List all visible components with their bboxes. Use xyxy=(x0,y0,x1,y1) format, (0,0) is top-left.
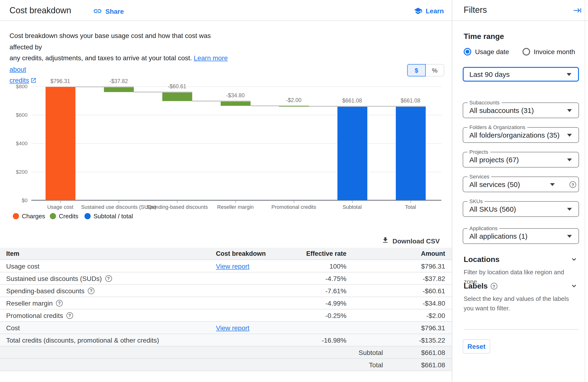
gridline xyxy=(31,172,441,172)
filter-select-projects[interactable]: Projects All projects (67) xyxy=(463,152,579,168)
effective-rate-value: -4.75% xyxy=(282,275,346,282)
waterfall-connector xyxy=(134,92,192,93)
amount-value: $796.31 xyxy=(383,324,445,331)
radio-label: Invoice month xyxy=(534,48,575,56)
gridline xyxy=(31,115,441,115)
legend-dot xyxy=(50,213,56,219)
legend-label: Credits xyxy=(59,212,78,220)
labels-description: Select the key and values of the labels … xyxy=(464,294,577,313)
waterfall-connector xyxy=(250,105,309,106)
help-icon[interactable]: ? xyxy=(105,275,112,282)
waterfall-connector xyxy=(309,106,367,106)
item-label: Reseller margin xyxy=(6,299,53,307)
cost-breakdown-page: Cost breakdown Share Learn Cost breakdow… xyxy=(0,0,588,382)
filter-select-label: Folders & Organizations xyxy=(467,124,527,130)
filter-select-value: All services (50) xyxy=(469,180,520,188)
table-row: Subtotal $661.08 xyxy=(0,346,452,359)
reset-filters-button[interactable]: Reset xyxy=(463,339,490,354)
amount-value: -$60.61 xyxy=(383,287,445,295)
gridline xyxy=(31,143,441,144)
cost-breakdown-waterfall-chart: $0$200$400$600$800$796.31Usage cost-$37.… xyxy=(0,0,452,237)
panel-scrollbar-track[interactable] xyxy=(585,0,585,382)
bar-spending-based-discounts[interactable] xyxy=(162,92,192,101)
waterfall-connector xyxy=(367,106,425,106)
help-icon[interactable]: ? xyxy=(56,300,63,306)
labels-expand-icon[interactable] xyxy=(570,282,578,292)
view-report-link[interactable]: View report xyxy=(216,262,249,270)
y-axis-tick-label: $600 xyxy=(4,112,27,118)
effective-rate-value: 100% xyxy=(282,262,346,270)
filter-select-label: Services xyxy=(467,174,491,179)
filter-select-folders-organizations[interactable]: Folders & Organizations All folders/orga… xyxy=(463,127,579,143)
bar-value-label: $661.08 xyxy=(326,98,378,103)
time-range-radio-group: Usage date Invoice month xyxy=(464,48,575,56)
amount-value: $661.08 xyxy=(383,349,445,356)
labels-help-icon[interactable]: ? xyxy=(490,283,497,290)
locations-expand-icon[interactable] xyxy=(570,255,578,265)
amount-value: $796.31 xyxy=(383,262,445,270)
view-report-link[interactable]: View report xyxy=(216,324,249,331)
locations-section-header: Locations xyxy=(464,255,500,264)
help-icon[interactable]: ? xyxy=(66,312,73,319)
table-row: Sustained use discounts (SUDs)? -4.75% -… xyxy=(0,272,452,285)
filter-select-label: SKUs xyxy=(467,198,484,204)
amount-value: -$34.80 xyxy=(383,299,445,307)
help-icon[interactable]: ? xyxy=(88,287,94,294)
dropdown-arrow-icon xyxy=(567,158,572,161)
bar-value-label: -$37.82 xyxy=(93,78,145,84)
filter-select-label: Applications xyxy=(467,225,500,231)
radio-usage-date[interactable] xyxy=(464,48,471,56)
item-label: Usage cost xyxy=(6,262,39,270)
table-row: Cost View report $796.31 xyxy=(0,322,452,334)
download-icon xyxy=(381,236,389,245)
item-label: Spending-based discounts xyxy=(6,287,84,295)
x-axis-tick xyxy=(60,200,61,203)
bar-reseller-margin[interactable] xyxy=(220,101,250,106)
help-icon[interactable]: ? xyxy=(569,181,576,188)
filters-title: Filters xyxy=(464,5,487,15)
legend-label: Subtotal / total xyxy=(93,212,133,220)
effective-rate-value: -7.61% xyxy=(282,287,346,295)
table-header-row: Item Cost breakdown Effective rate Amoun… xyxy=(0,248,452,260)
table-row: Reseller margin? -4.99% -$34.80 xyxy=(0,297,452,309)
item-label: Cost xyxy=(6,324,20,331)
time-range-select[interactable]: Last 90 days xyxy=(463,67,579,82)
y-axis-tick-label: $200 xyxy=(4,169,27,175)
cost-breakdown-table: Item Cost breakdown Effective rate Amoun… xyxy=(0,248,452,371)
bar-subtotal[interactable] xyxy=(337,106,367,200)
bar-total[interactable] xyxy=(396,106,425,200)
bar-usage-cost[interactable] xyxy=(45,87,75,200)
amount-value: -$37.82 xyxy=(383,275,445,282)
dropdown-arrow-icon xyxy=(567,235,572,237)
legend-dot xyxy=(84,213,91,219)
filters-panel: Filters Time range Usage date Invoice mo… xyxy=(452,0,588,382)
col-header-item: Item xyxy=(6,250,216,257)
radio-invoice-month[interactable] xyxy=(522,48,530,56)
legend-item: Credits xyxy=(50,212,78,220)
filter-select-services[interactable]: Services All services (50) ? xyxy=(463,176,579,192)
filter-select-value: All SKUs (560) xyxy=(469,205,516,213)
filter-select-skus[interactable]: SKUs All SKUs (560) xyxy=(463,201,579,217)
bar-sustained-use-discounts-suds[interactable] xyxy=(104,87,134,92)
effective-rate-value: -16.98% xyxy=(282,336,346,344)
table-row: Spending-based discounts? -7.61% -$60.61 xyxy=(0,285,452,297)
table-row: Usage cost View report 100% $796.31 xyxy=(0,260,452,272)
collapse-panel-icon[interactable] xyxy=(573,6,582,17)
bar-value-label: -$60.61 xyxy=(151,84,203,89)
filter-select-label: Subaccounts xyxy=(467,100,501,105)
table-row: Promotional credits? -0.25% -$2.00 xyxy=(0,309,452,322)
filter-select-subaccounts[interactable]: Subaccounts All subaccounts (31) xyxy=(463,103,579,118)
table-row: Total $661.08 xyxy=(0,359,452,371)
labels-section-header: Labels? xyxy=(464,282,497,290)
bar-value-label: -$2.00 xyxy=(268,97,320,103)
filter-select-value: All projects (67) xyxy=(469,156,519,164)
filter-select-applications[interactable]: Applications All applications (1) xyxy=(463,228,579,244)
filters-header: Filters xyxy=(452,0,588,21)
dropdown-arrow-icon xyxy=(567,73,571,76)
download-csv-button[interactable]: Download CSV xyxy=(381,236,440,245)
legend-item: Subtotal / total xyxy=(84,212,133,220)
amount-value: $661.08 xyxy=(383,361,445,368)
waterfall-connector xyxy=(75,86,134,87)
dropdown-arrow-icon xyxy=(567,208,572,211)
effective-rate-value: -4.99% xyxy=(282,299,346,307)
